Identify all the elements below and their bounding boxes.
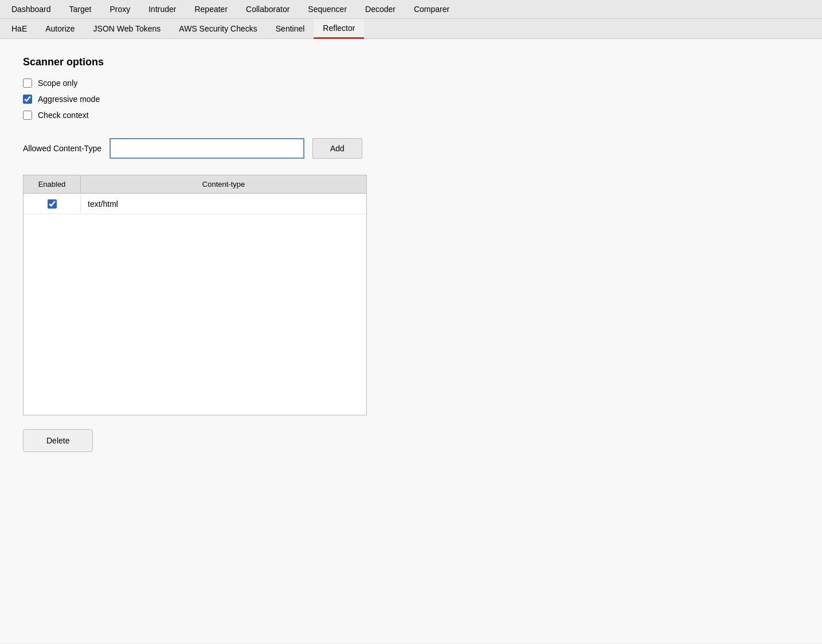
- scope-only-label: Scope only: [38, 78, 77, 88]
- content-type-row: Allowed Content-Type Add: [23, 138, 799, 159]
- row-enabled-checkbox[interactable]: [48, 199, 57, 209]
- delete-button[interactable]: Delete: [23, 429, 93, 452]
- nav-item-repeater[interactable]: Repeater: [185, 0, 237, 18]
- content-type-label: Allowed Content-Type: [23, 144, 101, 153]
- check-context-label: Check context: [38, 111, 89, 120]
- nav-item-proxy[interactable]: Proxy: [100, 0, 139, 18]
- nav-item-jwt[interactable]: JSON Web Tokens: [84, 19, 170, 38]
- nav-item-reflector[interactable]: Reflector: [314, 19, 364, 39]
- nav-item-sequencer[interactable]: Sequencer: [299, 0, 356, 18]
- nav-item-comparer[interactable]: Comparer: [405, 0, 459, 18]
- nav-item-hae[interactable]: HaE: [2, 19, 36, 38]
- aggressive-mode-label: Aggressive mode: [38, 95, 100, 104]
- add-button[interactable]: Add: [312, 138, 362, 159]
- nav-bar-top: Dashboard Target Proxy Intruder Repeater…: [0, 0, 822, 19]
- nav-item-autorize[interactable]: Autorize: [36, 19, 84, 38]
- table-header-enabled: Enabled: [24, 175, 81, 193]
- scope-only-checkbox[interactable]: [23, 78, 32, 88]
- nav-item-decoder[interactable]: Decoder: [356, 0, 405, 18]
- nav-item-target[interactable]: Target: [60, 0, 101, 18]
- scanner-options-title: Scanner options: [23, 56, 799, 68]
- nav-item-intruder[interactable]: Intruder: [139, 0, 185, 18]
- nav-item-collaborator[interactable]: Collaborator: [237, 0, 299, 18]
- checkbox-row-scope-only: Scope only: [23, 78, 799, 88]
- table-cell-enabled: [24, 196, 81, 212]
- table-cell-content-type: text/html: [81, 196, 366, 212]
- aggressive-mode-checkbox[interactable]: [23, 95, 32, 104]
- nav-item-dashboard[interactable]: Dashboard: [2, 0, 60, 18]
- main-content: Scanner options Scope only Aggressive mo…: [0, 39, 822, 643]
- content-type-input[interactable]: [109, 138, 304, 159]
- content-type-table: Enabled Content-type text/html: [23, 175, 367, 415]
- table-header-content-type: Content-type: [81, 175, 366, 193]
- checkbox-row-check-context: Check context: [23, 111, 799, 120]
- check-context-checkbox[interactable]: [23, 111, 32, 120]
- nav-item-aws[interactable]: AWS Security Checks: [170, 19, 266, 38]
- checkbox-row-aggressive-mode: Aggressive mode: [23, 95, 799, 104]
- table-header: Enabled Content-type: [24, 175, 366, 194]
- nav-item-sentinel[interactable]: Sentinel: [267, 19, 314, 38]
- table-row: text/html: [24, 194, 366, 214]
- nav-bar-second: HaE Autorize JSON Web Tokens AWS Securit…: [0, 19, 822, 39]
